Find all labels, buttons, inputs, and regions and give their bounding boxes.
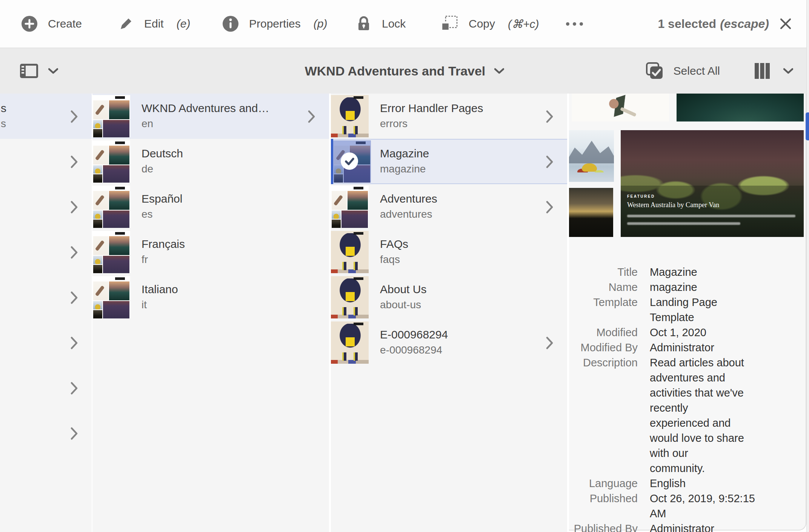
select-all-label: Select All	[674, 65, 720, 77]
aem-sites-column-view: Create Edit (e) Properties (p) Lock	[0, 0, 809, 532]
property-row: Name magazine	[569, 280, 806, 295]
select-all-button[interactable]: Select All	[646, 62, 720, 80]
window-scroll-gutter	[806, 0, 809, 532]
list-item-e-000968294[interactable]: E-000968294 e-000968294	[331, 320, 567, 365]
list-item[interactable]	[0, 229, 92, 275]
item-title: WKND Adventures and…	[141, 102, 269, 115]
property-value: Magazine	[650, 264, 778, 280]
column-view-switcher[interactable]	[754, 62, 793, 80]
chevron-right-icon[interactable]	[546, 337, 554, 349]
lock-button[interactable]: Lock	[355, 0, 406, 48]
item-title: s	[1, 102, 6, 115]
list-item-de[interactable]: Deutsch de	[92, 139, 329, 184]
chevron-right-icon[interactable]	[71, 155, 78, 168]
pencil-icon	[118, 15, 134, 32]
preview-image-dark-green	[677, 94, 804, 121]
chevron-right-icon[interactable]	[308, 110, 315, 123]
list-item-en[interactable]: WKND Adventures and… en	[92, 94, 329, 139]
item-title: About Us	[380, 283, 426, 296]
item-title: Magazine	[380, 147, 429, 160]
item-name: errors	[380, 118, 408, 130]
property-label: Published By	[569, 521, 638, 532]
item-name: e-000968294	[380, 344, 442, 356]
chevron-right-icon[interactable]	[546, 201, 554, 214]
property-label: Language	[569, 476, 638, 491]
property-value: Oct 26, 2019, 9:52:15 AM	[650, 491, 778, 521]
property-row: Published Oct 26, 2019, 9:52:15 AM	[569, 491, 806, 521]
chevron-right-icon[interactable]	[71, 291, 78, 304]
chevron-down-icon	[783, 68, 793, 74]
item-name: adventures	[380, 208, 432, 220]
selection-escape-hint: (escape)	[720, 17, 769, 31]
item-title: Error Handler Pages	[380, 102, 483, 115]
create-button[interactable]: Create	[21, 0, 82, 48]
edit-label: Edit	[144, 17, 164, 30]
lock-label: Lock	[382, 17, 406, 30]
column-languages: WKND Adventures and… en Deutsch de Españ…	[92, 94, 329, 532]
item-name: fr	[141, 254, 148, 266]
edit-button[interactable]: Edit (e)	[118, 0, 190, 48]
item-name: it	[141, 299, 147, 311]
copy-icon	[441, 15, 459, 32]
chevron-right-icon[interactable]	[71, 201, 78, 214]
page-thumbnail	[331, 321, 369, 364]
column-view-icon	[754, 62, 771, 80]
list-item[interactable]	[0, 139, 92, 184]
list-item[interactable]	[0, 365, 92, 411]
scrollbar-thumb[interactable]	[806, 112, 809, 140]
list-item[interactable]: s s	[0, 94, 92, 139]
list-item[interactable]	[0, 411, 92, 456]
deselect-button[interactable]	[779, 0, 792, 48]
page-thumbnail	[92, 186, 130, 228]
property-row: Language English	[569, 476, 806, 491]
selection-status: 1 selected (escape)	[658, 0, 769, 48]
list-item-es[interactable]: Español es	[92, 184, 329, 229]
item-title: E-000968294	[380, 328, 448, 341]
list-item-it[interactable]: Italiano it	[92, 275, 329, 320]
list-item[interactable]	[0, 320, 92, 365]
page-thumbnail	[331, 186, 369, 228]
list-item[interactable]	[0, 275, 92, 320]
chevron-right-icon[interactable]	[546, 110, 554, 123]
selected-check-icon[interactable]	[341, 152, 358, 170]
chevron-right-icon[interactable]	[546, 155, 554, 168]
blurred-text-line	[627, 222, 740, 225]
info-circle-icon	[222, 15, 239, 32]
property-row: Title Magazine	[569, 264, 806, 280]
page-thumbnail	[331, 95, 369, 137]
properties-shortcut: (p)	[314, 17, 328, 30]
properties-button[interactable]: Properties (p)	[222, 0, 327, 48]
property-value: Administrator	[650, 340, 778, 355]
list-item[interactable]	[0, 184, 92, 229]
details-panel: FEATURED Western Australia by Camper Van…	[569, 94, 806, 530]
edit-shortcut: (e)	[177, 17, 191, 30]
list-item-magazine[interactable]: Magazine magazine	[331, 139, 567, 184]
column-parents: s s	[0, 94, 92, 532]
item-title: Français	[141, 238, 185, 251]
page-thumbnail	[331, 231, 369, 273]
create-label: Create	[48, 17, 82, 30]
property-label: Published	[569, 491, 638, 521]
list-item-about-us[interactable]: About Us about-us	[331, 275, 567, 320]
list-item-adventures[interactable]: Adventures adventures	[331, 184, 567, 229]
more-actions-button[interactable]	[566, 0, 583, 48]
header-right-group: Select All	[646, 48, 793, 94]
list-item-fr[interactable]: Français fr	[92, 229, 329, 275]
chevron-right-icon[interactable]	[71, 382, 78, 395]
page-thumbnail	[92, 276, 130, 318]
list-item-errors[interactable]: Error Handler Pages errors	[331, 94, 567, 139]
chevron-right-icon[interactable]	[71, 110, 78, 123]
item-title: Adventures	[380, 192, 437, 205]
copy-label: Copy	[469, 17, 495, 30]
column-pages: Error Handler Pages errors Magazine maga…	[331, 94, 567, 532]
page-thumbnail	[92, 95, 130, 137]
preview-image-lake	[569, 188, 613, 237]
page-title: WKND Adventures and Travel	[305, 64, 486, 78]
chevron-right-icon[interactable]	[71, 246, 78, 259]
list-item-faqs[interactable]: FAQs faqs	[331, 229, 567, 275]
chevron-down-icon	[494, 68, 504, 74]
chevron-right-icon[interactable]	[71, 337, 78, 349]
property-value: English	[650, 476, 778, 491]
chevron-right-icon[interactable]	[71, 427, 78, 440]
copy-button[interactable]: Copy (⌘+c)	[441, 0, 539, 48]
